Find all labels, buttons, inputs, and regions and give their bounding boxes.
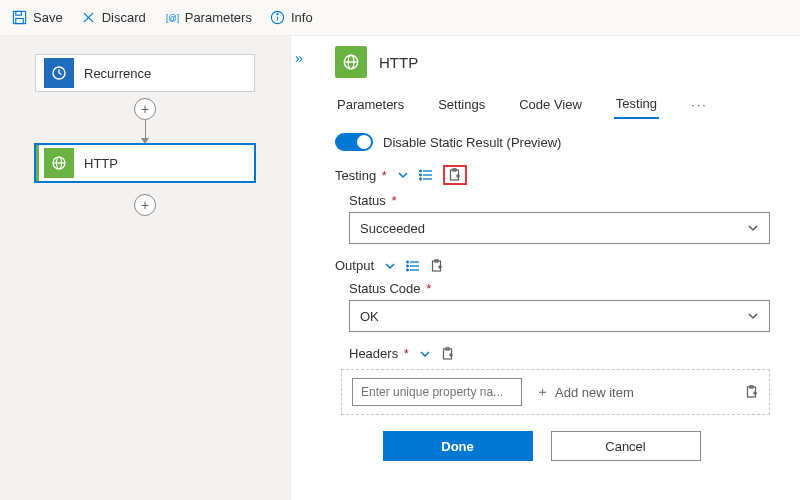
chevron-down-icon[interactable] <box>384 260 396 272</box>
cancel-label: Cancel <box>605 439 645 454</box>
paste-icon[interactable] <box>441 347 455 361</box>
tab-testing[interactable]: Testing <box>614 90 659 119</box>
parameters-icon: [@] <box>164 10 179 25</box>
svg-point-22 <box>420 174 422 176</box>
output-section-label: Output <box>335 258 374 273</box>
save-icon <box>12 10 27 25</box>
tab-parameters[interactable]: Parameters <box>335 91 406 118</box>
node-http-label: HTTP <box>84 156 118 171</box>
top-toolbar: Save Discard [@] Parameters Info <box>0 0 800 36</box>
svg-point-33 <box>407 269 409 271</box>
details-panel: » HTTP Parameters Settings Code View Tes… <box>290 36 800 500</box>
save-button[interactable]: Save <box>12 10 63 25</box>
required-marker: * <box>400 346 409 361</box>
svg-point-8 <box>277 14 278 15</box>
svg-text:[@]: [@] <box>166 13 179 23</box>
status-label: Status <box>349 193 386 208</box>
tab-code-view[interactable]: Code View <box>517 91 584 118</box>
node-recurrence-label: Recurrence <box>84 66 151 81</box>
required-marker: * <box>388 193 397 208</box>
clock-icon <box>44 58 74 88</box>
svg-point-31 <box>407 261 409 263</box>
done-button[interactable]: Done <box>383 431 533 461</box>
toggle-label: Disable Static Result (Preview) <box>383 135 561 150</box>
collapse-panel-icon[interactable]: » <box>295 50 303 66</box>
chevron-down-icon <box>747 222 759 234</box>
workflow-canvas: Recurrence + HTTP + <box>0 36 290 500</box>
status-value: Succeeded <box>360 221 425 236</box>
panel-tabs: Parameters Settings Code View Testing ··… <box>335 90 770 119</box>
svg-rect-2 <box>16 18 24 23</box>
headers-box: ＋ Add new item <box>341 369 770 415</box>
status-dropdown[interactable]: Succeeded <box>349 212 770 244</box>
header-key-input[interactable] <box>352 378 522 406</box>
globe-icon <box>44 148 74 178</box>
node-http[interactable]: HTTP <box>35 144 255 182</box>
required-marker: * <box>378 168 387 183</box>
cancel-button[interactable]: Cancel <box>551 431 701 461</box>
add-step-button[interactable]: + <box>134 98 156 120</box>
svg-point-23 <box>420 178 422 180</box>
status-code-dropdown[interactable]: OK <box>349 300 770 332</box>
chevron-down-icon[interactable] <box>419 348 431 360</box>
chevron-down-icon[interactable] <box>397 169 409 181</box>
paste-icon[interactable] <box>745 385 759 399</box>
disable-static-result-toggle[interactable] <box>335 133 373 151</box>
panel-title: HTTP <box>379 54 418 71</box>
testing-section-label: Testing <box>335 168 376 183</box>
tab-settings[interactable]: Settings <box>436 91 487 118</box>
svg-point-21 <box>420 170 422 172</box>
node-recurrence[interactable]: Recurrence <box>35 54 255 92</box>
add-new-item-button[interactable]: ＋ Add new item <box>536 383 634 401</box>
info-button[interactable]: Info <box>270 10 313 25</box>
add-new-item-label: Add new item <box>555 385 634 400</box>
discard-label: Discard <box>102 10 146 25</box>
status-code-label: Status Code <box>349 281 421 296</box>
list-icon[interactable] <box>419 169 433 181</box>
globe-icon <box>335 46 367 78</box>
discard-button[interactable]: Discard <box>81 10 146 25</box>
tab-more[interactable]: ··· <box>689 91 710 118</box>
svg-rect-1 <box>16 11 22 15</box>
parameters-button[interactable]: [@] Parameters <box>164 10 252 25</box>
headers-label: Headers <box>349 346 398 361</box>
paste-icon[interactable] <box>430 259 444 273</box>
chevron-down-icon <box>747 310 759 322</box>
done-label: Done <box>441 439 474 454</box>
add-step-button-2[interactable]: + <box>134 194 156 216</box>
paste-sample-highlight <box>443 165 467 185</box>
status-code-value: OK <box>360 309 379 324</box>
paste-icon[interactable] <box>448 168 462 182</box>
plus-icon: ＋ <box>536 383 549 401</box>
svg-point-32 <box>407 265 409 267</box>
info-label: Info <box>291 10 313 25</box>
info-icon <box>270 10 285 25</box>
parameters-label: Parameters <box>185 10 252 25</box>
connector: + <box>134 92 156 144</box>
required-marker: * <box>423 281 432 296</box>
svg-line-11 <box>59 73 62 75</box>
close-icon <box>81 10 96 25</box>
list-icon[interactable] <box>406 260 420 272</box>
save-label: Save <box>33 10 63 25</box>
